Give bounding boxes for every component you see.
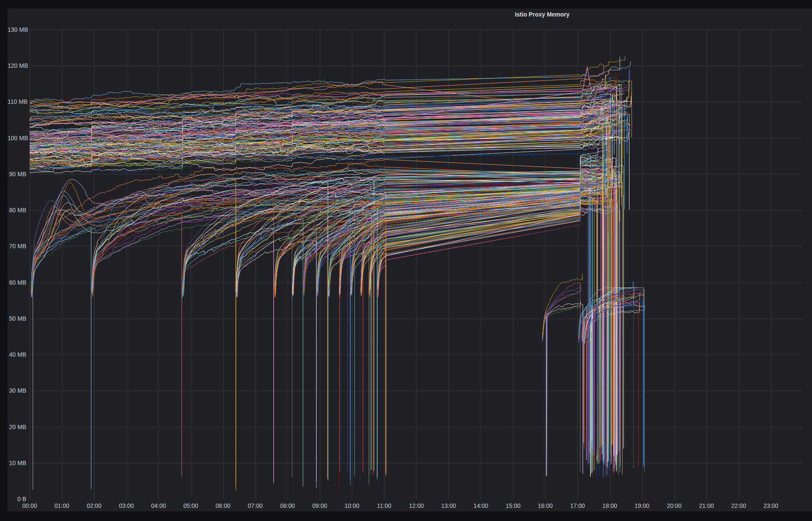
y-tick-label: 120 MB: [8, 62, 26, 69]
y-tick-label: 50 MB: [8, 315, 26, 322]
x-tick-label: 21:00: [692, 502, 721, 509]
y-tick-label: 90 MB: [8, 171, 26, 177]
chart-canvas[interactable]: [30, 30, 803, 499]
x-tick-label: 14:00: [466, 502, 496, 509]
x-tick-label: 02:00: [79, 502, 109, 509]
x-tick-label: 11:00: [369, 502, 399, 509]
x-tick-label: 08:00: [273, 502, 302, 509]
panel-title[interactable]: Istio Proxy Memory: [515, 11, 569, 18]
x-tick-label: 17:00: [563, 502, 592, 509]
x-tick-label: 03:00: [111, 502, 141, 509]
y-tick-label: 80 MB: [8, 207, 26, 213]
x-tick-label: 16:00: [530, 502, 560, 509]
x-tick-label: 20:00: [660, 502, 689, 509]
y-tick-label: 0 B: [8, 496, 26, 502]
time-series-plot[interactable]: [30, 30, 803, 499]
y-tick-label: 30 MB: [8, 387, 26, 394]
y-tick-label: 70 MB: [8, 243, 26, 249]
x-tick-label: 06:00: [208, 502, 238, 509]
x-tick-label: 05:00: [176, 502, 205, 509]
x-tick-label: 15:00: [498, 502, 528, 509]
y-tick-label: 110 MB: [8, 98, 26, 105]
y-tick-label: 100 MB: [8, 135, 26, 141]
y-tick-label: 20 MB: [8, 424, 26, 430]
x-tick-label: 18:00: [595, 502, 625, 509]
x-tick-label: 23:00: [756, 502, 786, 509]
panel-istio-proxy-memory: Istio Proxy Memory 0 B10 MB20 MB30 MB40 …: [8, 8, 812, 511]
x-tick-label: 00:00: [15, 502, 44, 509]
x-tick-label: 07:00: [241, 502, 270, 509]
x-tick-label: 10:00: [337, 502, 367, 509]
y-tick-label: 130 MB: [8, 26, 26, 33]
y-tick-label: 60 MB: [8, 279, 26, 286]
x-tick-label: 12:00: [402, 502, 431, 509]
x-tick-label: 19:00: [627, 502, 657, 509]
x-tick-label: 09:00: [305, 502, 335, 509]
grafana-dashboard: Istio Proxy Memory 0 B10 MB20 MB30 MB40 …: [0, 0, 812, 521]
x-tick-label: 01:00: [47, 502, 77, 509]
x-tick-label: 22:00: [724, 502, 754, 509]
y-tick-label: 40 MB: [8, 351, 26, 358]
y-tick-label: 10 MB: [8, 460, 26, 466]
x-tick-label: 13:00: [434, 502, 463, 509]
x-tick-label: 04:00: [144, 502, 173, 509]
